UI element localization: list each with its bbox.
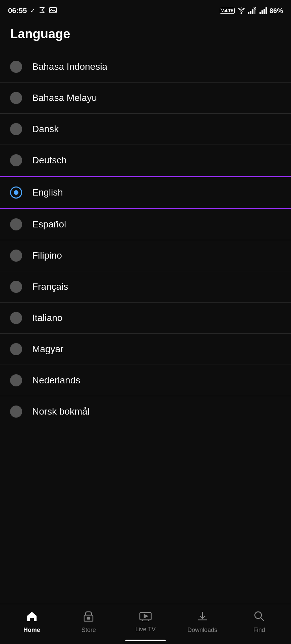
radio-btn-espanol <box>10 218 22 230</box>
volte-icon: VoLTE <box>220 8 235 14</box>
language-label-bahasa-melayu: Bahasa Melayu <box>32 93 97 103</box>
status-left: 06:55 ✓ <box>8 6 57 15</box>
language-list: Bahasa IndonesiaBahasa MelayuDanskDeutsc… <box>0 51 291 604</box>
language-label-deutsch: Deutsch <box>32 155 67 166</box>
radio-btn-deutsch <box>10 154 22 166</box>
language-label-nederlands: Nederlands <box>32 375 80 386</box>
language-label-francais: Français <box>32 281 68 292</box>
wifi-icon <box>237 7 245 14</box>
svg-rect-3 <box>248 12 249 14</box>
image-icon <box>49 7 57 15</box>
signal-x-icon <box>248 7 257 14</box>
language-item-norsk-bokmal[interactable]: Norsk bokmål <box>0 396 291 427</box>
nav-item-find[interactable]: Find <box>242 610 276 634</box>
language-label-english: English <box>32 187 63 198</box>
language-item-nederlands[interactable]: Nederlands <box>0 365 291 396</box>
svg-rect-10 <box>261 10 263 14</box>
nav-label-live-tv: Live TV <box>135 626 156 633</box>
nav-item-downloads[interactable]: Downloads <box>186 610 219 634</box>
page-title: Language <box>0 20 291 51</box>
bottom-nav: HomeStoreLive TVDownloadsFind <box>0 604 291 644</box>
language-label-bahasa-indonesia: Bahasa Indonesia <box>32 61 107 72</box>
nav-item-store[interactable]: Store <box>72 610 105 634</box>
status-bar: 06:55 ✓ VoLTE <box>0 0 291 20</box>
radio-btn-bahasa-indonesia <box>10 61 22 73</box>
language-label-dansk: Dansk <box>32 124 59 135</box>
nav-label-home: Home <box>23 627 40 634</box>
svg-rect-11 <box>264 9 265 14</box>
sigma-icon <box>39 6 46 15</box>
svg-rect-5 <box>252 9 253 14</box>
language-label-italiano: Italiano <box>32 313 62 323</box>
svg-rect-9 <box>259 12 261 14</box>
radio-btn-filipino <box>10 250 22 262</box>
svg-rect-0 <box>50 7 56 13</box>
language-label-magyar: Magyar <box>32 344 63 355</box>
search-icon <box>253 610 265 625</box>
store-icon <box>83 610 94 625</box>
language-item-bahasa-indonesia[interactable]: Bahasa Indonesia <box>0 51 291 83</box>
radio-btn-dansk <box>10 123 22 135</box>
radio-btn-francais <box>10 281 22 293</box>
nav-item-live-tv[interactable]: Live TV <box>129 611 162 633</box>
status-right: VoLTE 86% <box>220 7 283 15</box>
home-icon <box>26 610 38 625</box>
status-time: 06:55 <box>8 6 27 15</box>
language-item-deutsch[interactable]: Deutsch <box>0 145 291 176</box>
nav-item-home[interactable]: Home <box>15 610 49 634</box>
radio-btn-italiano <box>10 312 22 324</box>
signal-bars-icon <box>259 7 267 14</box>
nav-label-downloads: Downloads <box>187 627 217 634</box>
language-item-francais[interactable]: Français <box>0 271 291 303</box>
language-item-filipino[interactable]: Filipino <box>0 240 291 271</box>
radio-btn-magyar <box>10 343 22 355</box>
svg-point-21 <box>255 612 261 619</box>
language-item-bahasa-melayu[interactable]: Bahasa Melayu <box>0 83 291 114</box>
bottom-indicator <box>125 640 166 641</box>
language-item-italiano[interactable]: Italiano <box>0 303 291 334</box>
radio-btn-nederlands <box>10 374 22 386</box>
check-icon: ✓ <box>30 7 35 14</box>
download-icon <box>197 610 208 625</box>
battery-level: 86% <box>270 7 283 15</box>
language-label-filipino: Filipino <box>32 250 62 261</box>
radio-btn-norsk-bokmal <box>10 406 22 418</box>
radio-btn-bahasa-melayu <box>10 92 22 104</box>
language-label-espanol: Español <box>32 219 66 230</box>
svg-rect-4 <box>250 11 251 14</box>
live-tv-icon <box>139 611 152 624</box>
language-item-magyar[interactable]: Magyar <box>0 334 291 365</box>
radio-btn-english <box>10 186 22 199</box>
svg-marker-19 <box>144 614 148 618</box>
language-item-english[interactable]: English <box>0 176 291 209</box>
svg-rect-12 <box>266 7 267 14</box>
svg-point-2 <box>241 13 242 14</box>
svg-line-22 <box>261 618 264 621</box>
svg-rect-14 <box>87 617 90 619</box>
nav-label-store: Store <box>81 627 96 634</box>
language-item-dansk[interactable]: Dansk <box>0 114 291 145</box>
language-label-norsk-bokmal: Norsk bokmål <box>32 406 90 417</box>
language-item-espanol[interactable]: Español <box>0 209 291 240</box>
nav-label-find: Find <box>253 627 265 634</box>
